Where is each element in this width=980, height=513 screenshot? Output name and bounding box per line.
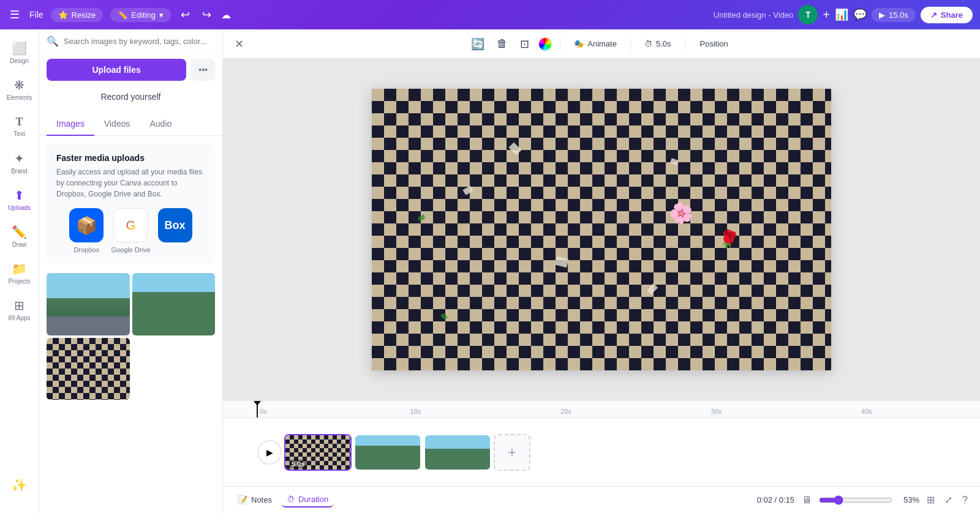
flower-decoration-1: 🌸 <box>666 198 697 228</box>
dropbox-service: 📦 Dropbox <box>69 208 104 253</box>
notes-button[interactable]: 📝 Notes <box>233 493 277 507</box>
time-display: 0:02 / 0:15 <box>757 495 794 504</box>
sidebar-label-draw: Draw <box>12 241 26 248</box>
gdrive-button[interactable]: G <box>113 208 148 242</box>
animate-button[interactable]: 🎭 Animate <box>568 36 623 52</box>
main-area: ⬜ Design ❋ Elements T Text ✦ Brand ⬆ Upl… <box>0 29 980 513</box>
crop-button[interactable]: ⊡ <box>516 34 533 54</box>
elements-icon: ❋ <box>14 78 24 92</box>
search-input[interactable] <box>64 37 215 46</box>
toolbar-divider <box>560 37 560 51</box>
sidebar-item-brand[interactable]: ✦ Brand <box>2 144 37 181</box>
close-selection-button[interactable]: ✕ <box>230 36 247 53</box>
add-clip-button[interactable]: + <box>494 434 530 471</box>
image-thumbnail-checker[interactable] <box>47 338 130 400</box>
trash-icon: 🗑 <box>497 37 508 50</box>
zoom-percent: 53% <box>897 495 919 504</box>
refresh-button[interactable]: 🔄 <box>467 34 488 54</box>
sidebar-item-text[interactable]: T Text <box>2 108 37 144</box>
ruler-mark-20: 20s <box>560 408 571 415</box>
sidebar-label-elements: Elements <box>7 94 32 101</box>
file-button[interactable]: File <box>29 10 43 20</box>
avatar-button[interactable]: T <box>798 5 818 24</box>
record-yourself-button[interactable]: Record yourself <box>47 86 215 108</box>
ruler-mark-10: 10s <box>410 408 421 415</box>
clip-lake[interactable] <box>424 434 491 471</box>
more-options-button[interactable]: ••• <box>191 59 215 81</box>
sidebar-item-elements[interactable]: ❋ Elements <box>2 71 37 108</box>
zoom-slider-container <box>819 495 892 505</box>
duration-badge-button[interactable]: ⏱ 5.0s <box>638 36 677 52</box>
panel-content: Faster media uploads Easily access and u… <box>39 136 222 513</box>
sidebar-label-brand: Brand <box>11 168 28 174</box>
leaf-2 <box>417 214 426 222</box>
clip-checker[interactable]: 5.0s <box>284 434 352 471</box>
search-icon: 🔍 <box>47 36 59 47</box>
delete-button[interactable]: 🗑 <box>493 34 511 54</box>
image-thumbnail-lake[interactable] <box>47 273 130 335</box>
tab-videos[interactable]: Videos <box>94 113 140 136</box>
add-collaborator-button[interactable]: + <box>823 8 830 22</box>
sidebar-item-apps[interactable]: ⊞ 89 Apps <box>2 291 37 328</box>
chevron-down-icon: ▾ <box>159 10 164 20</box>
color-wheel-button[interactable] <box>538 37 552 51</box>
gdrive-label: Google Drive <box>111 246 150 253</box>
clip-lake-bg <box>425 435 490 470</box>
sidebar-item-design[interactable]: ⬜ Design <box>2 34 37 71</box>
magic-icon: ✨ <box>12 477 27 492</box>
editing-button[interactable]: ✏️ Editing ▾ <box>110 8 171 22</box>
bottom-bar: 📝 Notes ⏱ Duration 0:02 / 0:15 🖥 53% ⊞ ⤢… <box>223 486 980 513</box>
play-icon: ▶ <box>879 10 885 20</box>
tab-images[interactable]: Images <box>47 113 94 136</box>
canvas-toolbar: ✕ 🔄 🗑 ⊡ 🎭 Animate ⏱ 5.0s Position <box>223 29 980 59</box>
sidebar-label-uploads: Uploads <box>8 204 31 211</box>
redo-button[interactable]: ↪ <box>200 6 214 24</box>
playhead[interactable] <box>257 401 258 418</box>
grid-view-button[interactable]: ⊞ <box>924 492 937 508</box>
left-sidebar: ⬜ Design ❋ Elements T Text ✦ Brand ⬆ Upl… <box>0 29 39 513</box>
upload-row: Upload files ••• <box>39 54 222 86</box>
upload-files-button[interactable]: Upload files <box>47 59 186 81</box>
projects-icon: 📁 <box>12 261 27 276</box>
cloud-save-button[interactable]: ☁ <box>221 9 231 21</box>
undo-button[interactable]: ↩ <box>178 6 192 24</box>
timeline-tracks: ▶ 5.0s + <box>223 418 980 486</box>
timeline-ruler: 0s 10s 20s 30s 40s <box>223 401 980 418</box>
debris-3 <box>555 256 569 268</box>
canvas-frame[interactable]: 🌸 🌹 <box>372 89 831 370</box>
sidebar-item-projects[interactable]: 📁 Projects <box>2 255 37 291</box>
debris-4 <box>647 283 658 294</box>
duration-button[interactable]: ⏱ Duration <box>282 492 333 507</box>
box-button[interactable]: Box <box>158 208 192 242</box>
menu-button[interactable]: ☰ <box>7 6 22 24</box>
resize-button[interactable]: ⭐ Resize <box>51 8 104 22</box>
uploads-icon: ⬆ <box>14 188 24 203</box>
position-button[interactable]: Position <box>693 36 736 52</box>
zoom-slider[interactable] <box>819 495 892 505</box>
play-timer-button[interactable]: ▶ 15.0s <box>872 8 916 22</box>
draw-icon: ✏️ <box>12 225 27 239</box>
sidebar-item-draw[interactable]: ✏️ Draw <box>2 218 37 255</box>
play-button[interactable]: ▶ <box>257 440 282 465</box>
star-icon: ⭐ <box>58 10 68 20</box>
dropbox-button[interactable]: 📦 <box>69 208 104 242</box>
ruler-mark-30: 30s <box>711 408 722 415</box>
ruler-mark-40: 40s <box>861 408 872 415</box>
share-button[interactable]: ↗ Share <box>921 7 973 23</box>
promo-card: Faster media uploads Easily access and u… <box>47 143 215 263</box>
analytics-button[interactable]: 📊 <box>835 8 848 21</box>
comments-button[interactable]: 💬 <box>853 8 867 21</box>
timeline: 0s 10s 20s 30s 40s ▶ 5.0s <box>223 400 980 486</box>
design-title: Untitled design - Video <box>714 10 794 20</box>
panel-search-bar: 🔍 <box>39 29 222 54</box>
fullscreen-button[interactable]: ⤢ <box>942 492 955 508</box>
help-button[interactable]: ? <box>960 492 970 508</box>
tab-audio[interactable]: Audio <box>140 113 181 136</box>
desktop-view-button[interactable]: 🖥 <box>799 492 814 508</box>
sidebar-item-uploads[interactable]: ⬆ Uploads <box>2 181 37 218</box>
image-grid <box>47 273 215 400</box>
sidebar-item-magic[interactable]: ✨ <box>2 466 37 503</box>
image-thumbnail-garden[interactable] <box>132 273 216 335</box>
sidebar-label-design: Design <box>10 58 29 64</box>
clip-garden[interactable] <box>354 434 421 471</box>
